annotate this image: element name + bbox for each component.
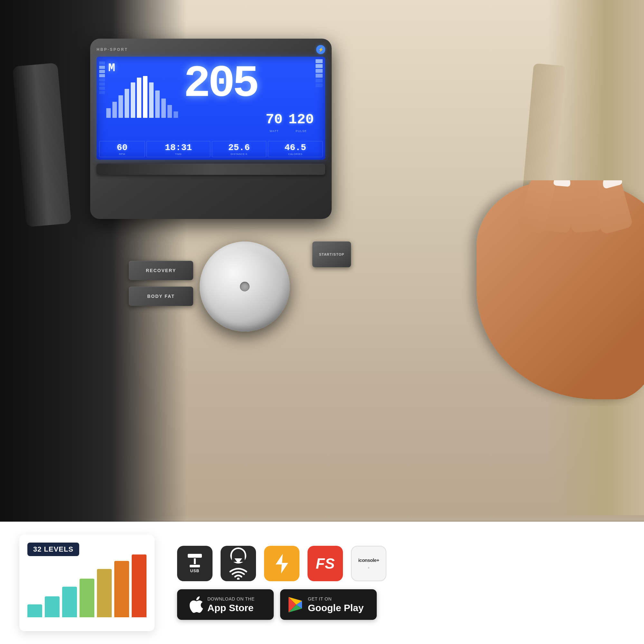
google-play-icon (288, 596, 303, 613)
app-store-button[interactable]: Download on the App Store (177, 589, 274, 620)
google-play-button[interactable]: GET IT ON Google Play (280, 589, 377, 620)
start-stop-button[interactable]: START/STOP (312, 241, 351, 267)
console: HBP-SPORT ⚡ M (90, 39, 332, 219)
level-bar-5 (97, 569, 112, 617)
control-panel: RECOVERY BODY FAT START/STOP (71, 235, 361, 364)
fitness-icon (264, 546, 299, 581)
usb-icon: USB (177, 546, 213, 581)
lcd-pulse: 120 PULSE (289, 111, 314, 133)
fs-icon: FS (308, 546, 343, 581)
level-bar-3 (62, 587, 77, 617)
svg-point-0 (237, 578, 240, 580)
lcd-bar-chart (106, 76, 180, 118)
levels-chart (27, 563, 147, 620)
app-store-buttons: Download on the App Store GE (177, 589, 625, 620)
features-section: USB (167, 546, 625, 620)
bluetooth-icon: ⚡ (316, 45, 325, 54)
wireless-icon (221, 546, 256, 581)
svg-marker-1 (276, 554, 288, 573)
levels-badge: 32 LEVELS (27, 543, 79, 556)
usb-label: USB (190, 569, 199, 573)
lcd-stats-row: 60 RPM 18:31 TIME 25.6 DISTANCE K 46.5 C… (99, 141, 323, 157)
apple-logo-icon (189, 596, 203, 613)
level-bar-4 (80, 579, 94, 617)
recovery-button[interactable]: RECOVERY (129, 261, 193, 280)
level-bar-7 (132, 554, 147, 617)
lcd-secondary-values: 70 WATT 120 PULSE (266, 111, 314, 133)
bottom-overlay: 32 LEVELS (0, 522, 644, 644)
feature-icons-row: USB (177, 546, 625, 581)
resistance-knob[interactable] (200, 241, 290, 332)
main-container: HBP-SPORT ⚡ M (0, 0, 644, 644)
iconsole-icon: iconsole+ + (351, 546, 386, 581)
levels-card: 32 LEVELS (19, 535, 155, 631)
brand-label: HBP-SPORT (97, 47, 128, 52)
lcd-watt: 70 WATT (266, 111, 283, 133)
google-play-text: GET IT ON Google Play (308, 596, 364, 613)
level-bar-2 (45, 596, 60, 617)
lcd-screen: M 205 (97, 57, 325, 160)
lcd-mode-label: M (108, 62, 115, 75)
lcd-main-value: 205 (184, 62, 257, 107)
level-bar-1 (27, 604, 42, 617)
body-fat-button[interactable]: BODY FAT (129, 287, 193, 306)
app-store-text: Download on the App Store (207, 596, 254, 613)
level-bar-6 (114, 561, 129, 617)
